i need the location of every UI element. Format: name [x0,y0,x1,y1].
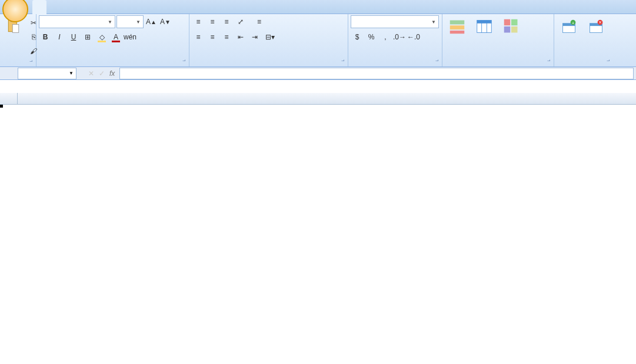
conditional-format-button[interactable] [445,15,469,38]
font-shrink-button[interactable]: A▼ [159,15,172,28]
table-format-button[interactable] [472,15,497,38]
tab-dev[interactable] [131,0,145,14]
svg-rect-7 [477,21,492,24]
percent-button[interactable]: % [365,31,378,44]
svg-rect-12 [504,26,511,33]
delete-icon: × [587,17,605,36]
svg-rect-11 [511,19,518,26]
svg-rect-13 [511,26,518,33]
selection-box [0,105,2,107]
delete-cells-button[interactable]: × [584,15,608,38]
indent-inc-button[interactable]: ⇥ [248,31,261,44]
svg-rect-2 [12,25,19,33]
tab-addin[interactable] [145,0,159,14]
table-format-icon [475,17,494,36]
tab-formula[interactable] [75,0,89,14]
group-styles-label [445,57,551,66]
fill-color-button[interactable]: ◇ [95,31,108,44]
font-grow-button[interactable]: A▲ [145,15,158,28]
ribbon-body: ✂ ⎘ 🖌 ▼ ▼ A▲ A▼ B I U ⊞ ◇ A wén [0,14,636,67]
tab-insert[interactable] [46,0,61,14]
tab-home[interactable] [32,0,46,14]
align-bottom-button[interactable]: ≡ [220,15,233,28]
select-all-corner[interactable] [0,93,18,104]
group-font-label [39,57,187,66]
comma-button[interactable]: , [379,31,392,44]
cell-styles-icon [502,17,521,36]
name-box[interactable]: ▼ [18,68,76,79]
conditional-format-icon [448,17,467,36]
currency-button[interactable]: $ [351,31,364,44]
wrap-text-button[interactable]: ≡ [254,15,264,28]
merge-center-button[interactable]: ⊟ ▾ [262,31,278,44]
inc-decimal-button[interactable]: .0→ [393,31,406,44]
tab-review[interactable] [103,0,117,14]
svg-text:+: + [572,21,574,25]
orientation-button[interactable]: ⤢ [234,15,247,28]
svg-text:×: × [598,19,601,25]
svg-rect-5 [450,31,465,34]
spreadsheet-grid[interactable] [0,93,636,364]
fx-icon[interactable]: fx [109,69,115,78]
group-align-label [192,57,345,66]
accept-formula-icon[interactable]: ✓ [99,69,105,78]
number-format-combo[interactable]: ▼ [351,15,439,28]
insert-icon: + [560,17,578,36]
align-right-button[interactable]: ≡ [220,31,233,44]
formula-bar: ▼ ✕ ✓ fx [0,67,636,80]
align-top-button[interactable]: ≡ [192,15,205,28]
bold-button[interactable]: B [39,31,52,44]
cancel-formula-icon[interactable]: ✕ [88,69,94,78]
cell-styles-button[interactable] [499,15,524,38]
tab-view[interactable] [117,0,131,14]
align-left-button[interactable]: ≡ [192,31,205,44]
italic-button[interactable]: I [53,31,66,44]
font-name-combo[interactable]: ▼ [39,15,115,28]
indent-dec-button[interactable]: ⇤ [234,31,247,44]
border-button[interactable]: ⊞ [81,31,94,44]
align-center-button[interactable]: ≡ [206,31,219,44]
group-clipboard-label [2,58,34,66]
svg-rect-3 [450,21,465,25]
formula-input[interactable] [119,68,634,79]
tab-data[interactable] [89,0,103,14]
tab-pdf[interactable] [159,0,174,14]
font-color-button[interactable]: A [109,31,122,44]
svg-rect-4 [450,25,465,29]
group-cells-label [557,57,611,66]
underline-button[interactable]: U [67,31,80,44]
ribbon-tabs [0,0,636,14]
svg-rect-10 [504,19,511,26]
insert-cells-button[interactable]: + [557,15,581,38]
align-middle-button[interactable]: ≡ [206,15,219,28]
tab-layout[interactable] [61,0,75,14]
group-number-label [351,57,439,66]
phonetic-button[interactable]: wén [124,31,136,44]
font-size-combo[interactable]: ▼ [116,15,144,28]
dec-decimal-button[interactable]: ←.0 [407,31,420,44]
